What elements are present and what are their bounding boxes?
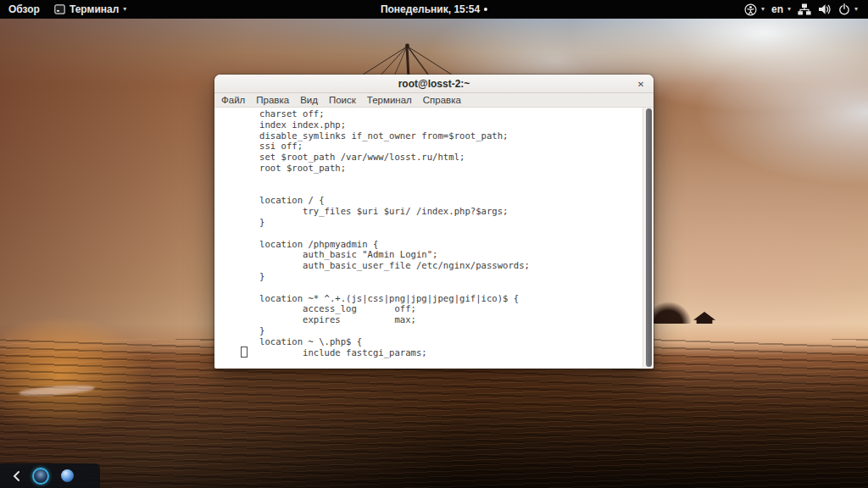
terminal-line: ssi off; <box>216 141 643 152</box>
menu-file[interactable]: Файл <box>221 95 245 105</box>
window-titlebar[interactable]: root@losst-2:~ ✕ <box>214 75 654 93</box>
accessibility-icon <box>744 3 757 16</box>
notification-dot-icon <box>484 8 487 11</box>
terminal-scrollbar[interactable] <box>643 108 654 368</box>
clock-label: Понедельник, 15:54 <box>381 3 480 15</box>
menu-bar: Файл Правка Вид Поиск Терминал Справка <box>214 93 654 108</box>
volume-button[interactable] <box>818 3 832 15</box>
scrollbar-thumb[interactable] <box>646 108 652 367</box>
clock-button[interactable]: Понедельник, 15:54 <box>381 3 487 15</box>
menu-help[interactable]: Справка <box>423 95 461 105</box>
terminal-line <box>216 185 643 196</box>
terminal-app-icon <box>54 4 65 14</box>
terminal-line: location / { <box>216 195 643 206</box>
power-icon <box>838 3 850 15</box>
terminal-line: location ~ \.php$ { <box>216 336 643 347</box>
terminal-line: auth_basic "Admin Login"; <box>216 249 643 260</box>
dock-app-active-icon[interactable] <box>32 468 49 485</box>
terminal-cursor <box>241 347 248 358</box>
chevron-left-icon[interactable] <box>12 470 20 482</box>
terminal-line: } <box>216 217 643 228</box>
window-title: root@losst-2:~ <box>398 78 470 90</box>
keyboard-layout-label: en <box>771 3 783 15</box>
activities-button[interactable]: Обзор <box>8 3 40 15</box>
terminal-line: include fastcgi_params; <box>216 347 643 358</box>
terminal-line: disable_symlinks if_not_owner from=$root… <box>216 130 643 141</box>
terminal-line: auth_basic_user_file /etc/nginx/password… <box>216 260 643 271</box>
terminal-line: location /phpmyadmin { <box>216 239 643 250</box>
terminal-line: access_log off; <box>216 303 643 314</box>
menu-view[interactable]: Вид <box>300 95 318 105</box>
network-status-button[interactable] <box>798 3 811 15</box>
chevron-down-icon: ▾ <box>854 6 858 13</box>
terminal-line: location ~* ^.+.(js|css|png|jpg|jpeg|gif… <box>216 293 643 304</box>
app-menu-button[interactable]: Терминал ▾ <box>54 3 126 15</box>
island-silhouette <box>653 302 692 324</box>
terminal-line: expires max; <box>216 314 643 325</box>
terminal-output: charset off; index index.php; disable_sy… <box>214 108 643 368</box>
terminal-line <box>216 228 643 239</box>
dock-app-icon[interactable] <box>61 469 74 482</box>
network-icon <box>798 3 811 15</box>
app-menu-label: Терминал <box>70 3 119 15</box>
desktop: Обзор Терминал ▾ Понедельник, 15:54 <box>0 0 868 488</box>
terminal-window: root@losst-2:~ ✕ Файл Правка Вид Поиск Т… <box>214 75 654 369</box>
menu-terminal[interactable]: Терминал <box>367 95 412 105</box>
chevron-down-icon: ▾ <box>787 6 791 13</box>
terminal-line: set $root_path /var/www/losst.ru/html; <box>216 152 643 163</box>
accessibility-menu-button[interactable]: ▾ <box>744 3 765 16</box>
volume-icon <box>818 3 832 15</box>
top-bar: Обзор Терминал ▾ Понедельник, 15:54 <box>0 0 868 19</box>
dock-panel <box>0 463 100 488</box>
power-menu-button[interactable]: ▾ <box>838 3 858 15</box>
menu-edit[interactable]: Правка <box>256 95 289 105</box>
boat-mast <box>346 20 490 78</box>
terminal-line <box>216 174 643 185</box>
terminal-line: } <box>216 271 643 282</box>
menu-search[interactable]: Поиск <box>329 95 356 105</box>
terminal-line: try_files $uri $uri/ /index.php?$args; <box>216 206 643 217</box>
terminal-line <box>216 282 643 293</box>
terminal-line: } <box>216 325 643 336</box>
terminal-line: charset off; <box>216 108 643 119</box>
terminal-screen[interactable]: charset off; index index.php; disable_sy… <box>214 108 654 368</box>
chevron-down-icon: ▾ <box>761 6 765 13</box>
keyboard-layout-button[interactable]: en ▾ <box>771 3 791 15</box>
terminal-line: root $root_path; <box>216 163 643 174</box>
close-icon[interactable]: ✕ <box>633 75 648 93</box>
terminal-line: index index.php; <box>216 119 643 130</box>
chevron-down-icon: ▾ <box>123 6 126 13</box>
